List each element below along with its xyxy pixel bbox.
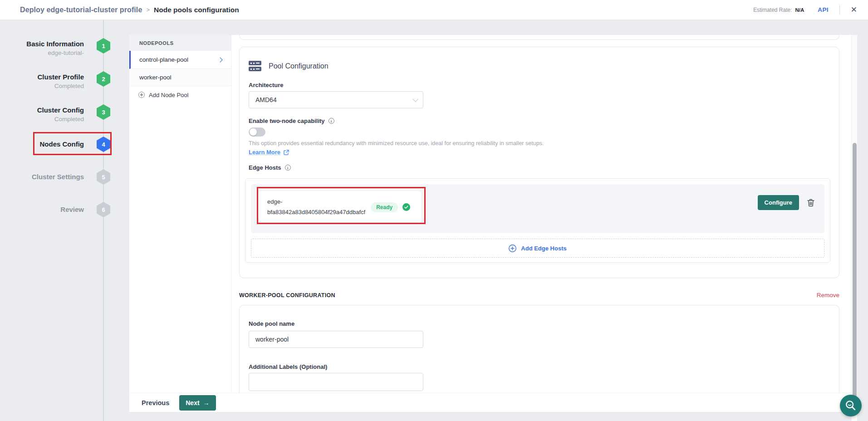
architecture-label: Architecture (249, 82, 284, 88)
step-title: Basic Information (0, 40, 84, 48)
breadcrumb-separator: > (146, 6, 150, 13)
add-node-pool-button[interactable]: Add Node Pool (129, 86, 231, 103)
two-node-capability-label: Enable two-node capability (249, 117, 325, 124)
two-node-capability-toggle[interactable] (249, 127, 265, 137)
step-subtitle: Completed (0, 83, 84, 89)
step-badge-4: 4 (97, 137, 110, 152)
external-link-icon (284, 150, 289, 155)
breadcrumb: Deploy edge-tutorial-cluster profile > N… (20, 6, 239, 14)
add-edge-hosts-label: Add Edge Hosts (521, 245, 566, 252)
nodepools-header: NODEPOOLS (129, 35, 231, 51)
step-badge-1: 1 (97, 38, 110, 54)
scrollbar-thumb[interactable] (853, 143, 857, 415)
wizard-footer: Previous Next → (129, 393, 857, 412)
additional-labels-input[interactable] (249, 373, 423, 391)
arrow-right-icon: → (203, 399, 210, 406)
architecture-selected-value: AMD64 (255, 96, 277, 103)
magnifier-smile-icon (844, 399, 857, 412)
status-badge: Ready (371, 202, 398, 212)
add-node-pool-label: Add Node Pool (149, 92, 188, 98)
nodepool-item-worker-pool[interactable]: worker-pool (129, 69, 231, 86)
step-badge-6: 6 (97, 202, 110, 217)
two-node-description: This option provides essential redundanc… (249, 140, 544, 147)
additional-labels-label: Additional Labels (Optional) (249, 363, 327, 370)
previous-button[interactable]: Previous (142, 399, 169, 406)
nodepool-item-label: control-plane-pool (139, 56, 188, 63)
plus-circle-icon (509, 245, 516, 252)
check-circle-icon (402, 203, 410, 211)
pool-configuration-card: Pool Configuration Architecture AMD64 En… (239, 47, 839, 278)
step-title: Cluster Settings (0, 173, 84, 181)
configure-button[interactable]: Configure (758, 195, 799, 210)
stepper-step-cluster-profile[interactable]: Cluster Profile Completed 2 (0, 71, 112, 98)
next-button[interactable]: Next → (179, 395, 216, 411)
remove-worker-pool-link[interactable]: Remove (817, 292, 839, 299)
node-pool-name-input[interactable] (249, 331, 423, 348)
step-badge-2: 2 (97, 71, 110, 87)
nodepools-sidebar: NODEPOOLS control-plane-pool worker-pool… (129, 35, 231, 393)
architecture-select[interactable]: AMD64 (249, 91, 423, 108)
help-search-button[interactable] (840, 395, 862, 416)
estimated-rate-value: N/A (795, 7, 804, 13)
stepper-step-review[interactable]: Review 6 (0, 202, 112, 229)
edge-hosts-label: Edge Hosts (249, 164, 281, 171)
edge-host-card[interactable]: edge- bfa83842a83d8405804f29a47ddbafcf R… (258, 191, 422, 223)
breadcrumb-deploy-title: Deploy edge-tutorial-cluster profile (20, 6, 142, 14)
step-title: Cluster Profile (0, 73, 84, 81)
chevron-down-icon (412, 96, 418, 102)
step-badge-3: 3 (97, 104, 110, 120)
nodepool-item-label: worker-pool (139, 74, 172, 81)
estimated-rate-label: Estimated Rate: (753, 7, 792, 13)
pool-config-scroll-area: Pool Configuration Architecture AMD64 En… (231, 35, 857, 393)
step-title: Cluster Config (0, 106, 84, 114)
nodepool-item-control-plane-pool[interactable]: control-plane-pool (129, 51, 231, 69)
trash-icon[interactable] (807, 199, 814, 207)
vertical-scrollbar[interactable] (851, 35, 857, 421)
step-title: Nodes Config (0, 140, 84, 148)
edge-host-row: edge- bfa83842a83d8405804f29a47ddbafcf R… (251, 184, 824, 233)
chevron-right-icon (217, 57, 222, 62)
step-badge-5: 5 (97, 169, 110, 185)
worker-pool-card: Node pool name Additional Labels (Option… (239, 305, 839, 393)
wizard-stepper: Basic Information edge-tutorial- 1 Clust… (0, 20, 129, 421)
learn-more-link[interactable]: Learn More (249, 149, 289, 156)
stepper-step-nodes-config[interactable]: Nodes Config 4 (0, 137, 112, 164)
stepper-step-cluster-settings[interactable]: Cluster Settings 5 (0, 169, 112, 196)
api-link[interactable]: API (818, 6, 828, 13)
node-pools-panel: NODEPOOLS control-plane-pool worker-pool… (129, 35, 857, 412)
stepper-step-cluster-config[interactable]: Cluster Config Completed 3 (0, 104, 112, 132)
server-rack-icon (249, 61, 261, 71)
learn-more-label: Learn More (249, 149, 280, 156)
edge-hosts-container: edge- bfa83842a83d8405804f29a47ddbafcf R… (245, 178, 830, 263)
step-subtitle: Completed (0, 116, 84, 122)
info-icon[interactable] (285, 165, 291, 171)
toggle-knob (250, 128, 257, 136)
top-bar: Deploy edge-tutorial-cluster profile > N… (0, 0, 868, 20)
worker-pool-configuration-heading: WORKER-POOL CONFIGURATION (239, 292, 335, 299)
pool-configuration-title: Pool Configuration (269, 62, 329, 70)
edge-host-name: edge- bfa83842a83d8405804f29a47ddbafcf (267, 197, 365, 218)
step-title: Review (0, 206, 84, 213)
topbar-divider (839, 5, 840, 15)
info-icon[interactable] (329, 118, 334, 124)
stepper-step-basic-information[interactable]: Basic Information edge-tutorial- 1 (0, 38, 112, 65)
next-button-label: Next (186, 399, 199, 406)
add-edge-hosts-button[interactable]: Add Edge Hosts (251, 239, 824, 258)
step-subtitle: edge-tutorial- (0, 49, 84, 56)
close-icon[interactable]: ✕ (851, 6, 857, 14)
page-title: Node pools configuration (154, 6, 239, 14)
node-pool-name-label: Node pool name (249, 320, 294, 327)
plus-circle-icon (138, 92, 145, 98)
scrolled-card-fragment (239, 35, 839, 40)
